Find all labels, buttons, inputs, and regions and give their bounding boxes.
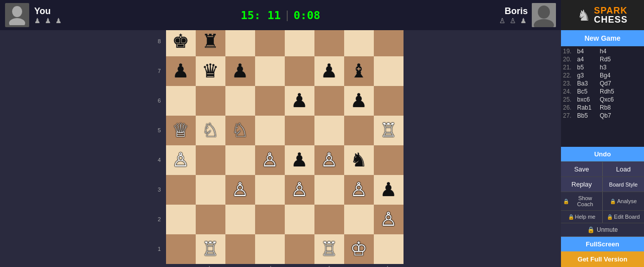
square-h2[interactable]: ♙ [374, 205, 404, 234]
square-d4[interactable]: ♙ [255, 145, 285, 175]
help-me-button[interactable]: 🔒 Help me [561, 211, 602, 223]
square-f8[interactable] [314, 30, 344, 56]
move-black[interactable]: Rb8 [600, 104, 622, 111]
square-e8[interactable] [285, 30, 314, 56]
square-b8[interactable]: ♜ [196, 30, 225, 56]
save-button[interactable]: Save [561, 162, 602, 176]
chess-board[interactable]: ♚♜♟♛♟♟♝♟♟♕♘♘♖♙♙♟♙♞♙♙♙♟♙♖♖♔ [166, 30, 404, 264]
move-black[interactable]: Bg4 [600, 72, 622, 79]
move-black[interactable]: Qb7 [600, 112, 622, 119]
move-white[interactable]: g3 [577, 72, 600, 79]
square-e6[interactable]: ♟ [285, 86, 314, 116]
square-e1[interactable] [285, 234, 314, 264]
square-b3[interactable] [196, 175, 225, 205]
replay-button[interactable]: Replay [561, 177, 602, 192]
move-black[interactable]: h3 [600, 64, 622, 71]
move-white[interactable]: Rab1 [577, 104, 600, 111]
square-c6[interactable] [225, 86, 255, 116]
square-c5[interactable]: ♘ [225, 116, 255, 145]
square-b4[interactable] [196, 145, 225, 175]
square-d3[interactable] [255, 175, 285, 205]
square-e2[interactable] [285, 205, 314, 234]
square-b6[interactable] [196, 86, 225, 116]
square-d8[interactable] [255, 30, 285, 56]
square-d6[interactable] [255, 86, 285, 116]
move-list[interactable]: 19. b4 h4 20. a4 Rd5 21. b5 h3 22. g3 Bg… [561, 46, 644, 147]
square-f2[interactable] [314, 205, 344, 234]
square-f5[interactable] [314, 116, 344, 145]
square-f4[interactable]: ♙ [314, 145, 344, 175]
fullscreen-button[interactable]: FullScreen [561, 236, 644, 251]
move-white[interactable]: Bb5 [577, 112, 600, 119]
move-white[interactable]: a4 [577, 56, 600, 63]
square-a3[interactable] [166, 175, 196, 205]
square-f7[interactable]: ♟ [314, 56, 344, 86]
square-a6[interactable] [166, 86, 196, 116]
move-white[interactable]: b5 [577, 64, 600, 71]
load-button[interactable]: Load [602, 162, 644, 176]
square-a1[interactable] [166, 234, 196, 264]
square-c3[interactable]: ♙ [225, 175, 255, 205]
square-e3[interactable]: ♙ [285, 175, 314, 205]
square-f3[interactable] [314, 175, 344, 205]
square-b7[interactable]: ♛ [196, 56, 225, 86]
move-white[interactable]: Ba3 [577, 80, 600, 87]
square-h3[interactable]: ♟ [374, 175, 404, 205]
square-b1[interactable]: ♖ [196, 234, 225, 264]
show-coach-label: Show Coach [570, 195, 600, 207]
square-d7[interactable] [255, 56, 285, 86]
move-black[interactable]: Qd7 [600, 80, 622, 87]
square-d1[interactable] [255, 234, 285, 264]
unmute-button[interactable]: 🔒 Unmute [561, 223, 644, 236]
square-d2[interactable] [255, 205, 285, 234]
square-c2[interactable] [225, 205, 255, 234]
move-black[interactable]: Rd5 [600, 56, 622, 63]
piece-black-N-g4: ♞ [350, 149, 367, 171]
square-h8[interactable] [374, 30, 404, 56]
show-coach-button[interactable]: 🔒 Show Coach [561, 192, 602, 210]
help-editboard-row: 🔒 Help me 🔒 Edit Board [561, 210, 644, 223]
move-black[interactable]: h4 [600, 48, 622, 55]
square-h6[interactable] [374, 86, 404, 116]
analyse-button[interactable]: 🔒 Analyse [602, 192, 644, 210]
move-white[interactable]: b4 [577, 48, 600, 55]
square-g4[interactable]: ♞ [344, 145, 374, 175]
square-e5[interactable] [285, 116, 314, 145]
undo-button[interactable]: Undo [561, 147, 644, 161]
move-white[interactable]: Bc5 [577, 88, 600, 95]
edit-board-button[interactable]: 🔒 Edit Board [602, 211, 644, 223]
square-a4[interactable]: ♙ [166, 145, 196, 175]
get-full-version-button[interactable]: Get Full Version [561, 251, 644, 267]
square-a8[interactable]: ♚ [166, 30, 196, 56]
move-white[interactable]: bxc6 [577, 96, 600, 103]
square-d5[interactable] [255, 116, 285, 145]
move-black[interactable]: Qxc6 [600, 96, 622, 103]
square-g1[interactable]: ♔ [344, 234, 374, 264]
square-g2[interactable] [344, 205, 374, 234]
square-c8[interactable] [225, 30, 255, 56]
square-c1[interactable] [225, 234, 255, 264]
square-a5[interactable]: ♕ [166, 116, 196, 145]
move-black[interactable]: Rdh5 [600, 88, 622, 95]
square-h4[interactable] [374, 145, 404, 175]
square-f6[interactable] [314, 86, 344, 116]
board-style-button[interactable]: Board Style [602, 177, 644, 192]
square-h1[interactable] [374, 234, 404, 264]
square-c7[interactable]: ♟ [225, 56, 255, 86]
square-g7[interactable]: ♝ [344, 56, 374, 86]
square-g3[interactable]: ♙ [344, 175, 374, 205]
square-f1[interactable]: ♖ [314, 234, 344, 264]
square-a2[interactable] [166, 205, 196, 234]
square-c4[interactable] [225, 145, 255, 175]
square-g5[interactable] [344, 116, 374, 145]
square-h7[interactable] [374, 56, 404, 86]
square-g8[interactable] [344, 30, 374, 56]
square-g6[interactable]: ♟ [344, 86, 374, 116]
new-game-button[interactable]: New Game [561, 30, 644, 46]
square-a7[interactable]: ♟ [166, 56, 196, 86]
square-e7[interactable] [285, 56, 314, 86]
square-b2[interactable] [196, 205, 225, 234]
square-b5[interactable]: ♘ [196, 116, 225, 145]
square-e4[interactable]: ♟ [285, 145, 314, 175]
square-h5[interactable]: ♖ [374, 116, 404, 145]
